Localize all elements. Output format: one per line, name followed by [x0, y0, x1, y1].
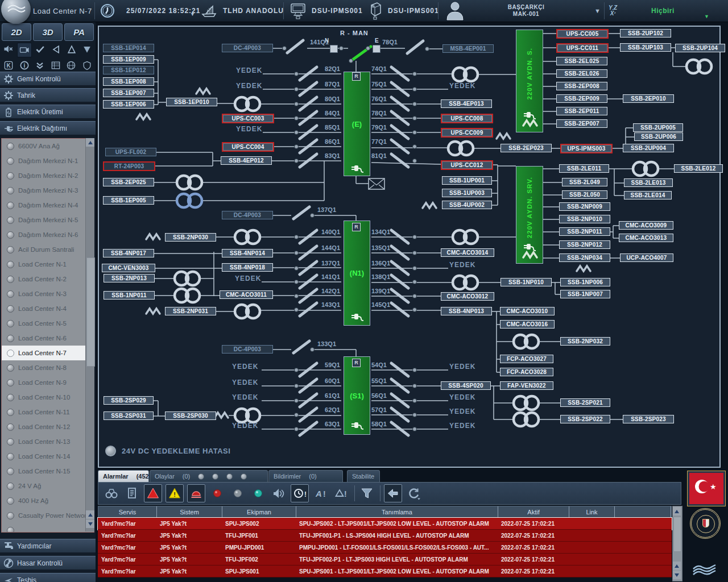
ack-delta-icon[interactable]: !: [333, 485, 350, 502]
equip-box-SSB-4NP018[interactable]: SSB-4NP018: [222, 263, 273, 272]
equip-box-SSB-2SP029[interactable]: SSB-2SP029: [104, 396, 154, 405]
col-header-Tanımlama[interactable]: Tanımlama: [296, 506, 498, 517]
equip-box-UPS-CC011[interactable]: UPS-CC011: [556, 43, 609, 53]
equip-box-SSB-2L050[interactable]: SSB-2L050: [562, 190, 607, 199]
xyz-sort-icon[interactable]: Y,ZX²: [609, 0, 617, 22]
submenu-item-Load Center N-8[interactable]: Load Center N-8: [2, 360, 94, 375]
submenu-item-24 V Ağ[interactable]: 24 V Ağ: [2, 479, 94, 493]
double-chevron-icon[interactable]: [33, 59, 47, 72]
equip-box-SSB-2SP031[interactable]: SSB-2SP031: [104, 411, 154, 420]
submenu-item-400 Hz Ağ[interactable]: 400 Hz Ağ: [2, 493, 94, 508]
equip-box-SSB-2NP011[interactable]: SSB-2NP011: [559, 227, 610, 236]
back-arrow-icon[interactable]: [49, 43, 63, 56]
col-header-Aktif[interactable]: Aktif: [498, 506, 569, 517]
view-button-2d[interactable]: 2D: [2, 23, 31, 41]
equip-box-SSB-2SP030[interactable]: SSB-2SP030: [165, 411, 216, 420]
binoculars-icon[interactable]: [103, 485, 120, 502]
filter-caret-icon[interactable]: ▼: [704, 6, 709, 27]
equip-box-SSB-1NP006[interactable]: SSB-1NP006: [560, 278, 610, 286]
scroll-down-icon[interactable]: [86, 519, 94, 528]
submenu-item-Load Center N-15[interactable]: Load Center N-15: [2, 464, 94, 479]
warning-triangle-icon[interactable]: !: [166, 484, 184, 502]
equip-box-SSB-2UP103[interactable]: SSB-2UP103: [620, 43, 671, 52]
scroll-up-icon[interactable]: [673, 507, 681, 516]
submenu-item-Load Center N-6[interactable]: Load Center N-6: [2, 331, 94, 346]
sidebar-item-3[interactable]: Elektrik Üretimi: [0, 105, 96, 119]
equip-box-SSB-1EP014[interactable]: SSB-1EP014: [103, 44, 154, 52]
ack-clock-icon[interactable]: !: [291, 484, 309, 502]
equip-box-FCP-ACO3028[interactable]: FCP-ACO3028: [500, 368, 553, 376]
submenu-item-Load Center N-14[interactable]: Load Center N-14: [2, 449, 94, 464]
back-icon[interactable]: [384, 484, 402, 502]
equip-box-SSB-1EP010[interactable]: SSB-1EP010: [166, 98, 217, 106]
equip-box-SSB-2EP007[interactable]: SSB-2EP007: [556, 119, 607, 128]
equip-box-SSB-2NP034[interactable]: SSB-2NP034: [559, 253, 610, 262]
sidebar-item-1[interactable]: Gemi Kontrolü: [0, 72, 96, 86]
equip-box-UCP-ACO4007[interactable]: UCP-ACO4007: [620, 253, 673, 262]
tab-alarmlar[interactable]: Alarmlar(452): [98, 470, 149, 482]
equip-box-SSB-2UP004[interactable]: SSB-2UP004: [623, 144, 674, 152]
equip-box-SSB-4EP013[interactable]: SSB-4EP013: [441, 99, 492, 108]
scroll-thumb[interactable]: [673, 517, 681, 552]
tab-bildirimler[interactable]: Bildirimler(0): [268, 470, 343, 482]
equip-box-SSB-2EP023[interactable]: SSB-2EP023: [500, 144, 552, 152]
equip-box-MSB-4EP001[interactable]: MSB-4EP001: [442, 44, 494, 53]
mute-speaker-icon[interactable]: [2, 43, 15, 56]
equip-box-RT-24P003[interactable]: RT-24P003: [103, 161, 155, 171]
list-icon[interactable]: [49, 59, 63, 72]
filter-icon[interactable]: [358, 485, 375, 502]
equip-box-SSB-1EP007[interactable]: SSB-1EP007: [103, 89, 154, 97]
col-header-Ekipman[interactable]: Ekipman: [222, 506, 296, 517]
equip-box-SSB-4NP017[interactable]: SSB-4NP017: [103, 249, 154, 257]
equip-box-DC-4P003[interactable]: DC-4P003: [222, 345, 273, 354]
equip-box-CMC-VEN3003[interactable]: CMC-VEN3003: [102, 264, 155, 272]
equip-box-SSB-1EP009[interactable]: SSB-1EP009: [103, 55, 154, 64]
scroll-up-icon[interactable]: [673, 562, 681, 570]
view-button-pa[interactable]: PA: [64, 23, 94, 41]
equip-box-SSB-2NP031[interactable]: SSB-2NP031: [165, 307, 216, 315]
equip-box-UPS-CC005[interactable]: UPS-CC005: [556, 29, 609, 39]
equip-box-SSB-2SP021[interactable]: SSB-2SP021: [560, 398, 610, 407]
equip-box-SSB-2EP010[interactable]: SSB-2EP010: [623, 94, 674, 103]
equip-box-DC-4P003[interactable]: DC-4P003: [222, 44, 273, 52]
equip-box-SSB-2UP005[interactable]: SSB-2UP005: [633, 123, 683, 132]
submenu-item-Load Center N-11[interactable]: Load Center N-11: [2, 405, 94, 419]
up-arrow-icon[interactable]: [65, 43, 78, 56]
tab-stabilite[interactable]: Stabilite: [347, 470, 380, 482]
equip-box-CMC-ACO3012[interactable]: CMC-ACO3012: [441, 292, 494, 301]
submenu-scrollbar[interactable]: [85, 138, 94, 531]
submenu-item-Load Center N-5[interactable]: Load Center N-5: [2, 316, 94, 331]
equip-box-SSB-2SP023[interactable]: SSB-2SP023: [623, 415, 674, 423]
scroll-thumb[interactable]: [86, 257, 95, 367]
submenu-item-Load Center N-13[interactable]: Load Center N-13: [2, 434, 94, 449]
col-header-Link[interactable]: Link: [569, 506, 615, 517]
scroll-down-icon[interactable]: [673, 571, 681, 579]
equip-box-CMC-ACO3016[interactable]: CMC-ACO3016: [500, 320, 555, 329]
equip-box-SSB-1EP008[interactable]: SSB-1EP008: [103, 77, 154, 86]
equip-box-SSB-1NP010[interactable]: SSB-1NP010: [500, 278, 552, 286]
equip-box-SSB-2SP022[interactable]: SSB-2SP022: [560, 415, 610, 423]
equip-box-CMC-ACO3010[interactable]: CMC-ACO3010: [500, 307, 555, 315]
equip-box-UPS-IPMS003[interactable]: UPS-IPMS003: [560, 144, 613, 153]
equip-box-SSB-1EP006[interactable]: SSB-1EP006: [103, 100, 154, 109]
alarm-filter-value[interactable]: Hiçbiri: [651, 0, 675, 22]
submenu-item-blank[interactable]: [2, 523, 94, 533]
datetime-caret-icon[interactable]: ▼: [190, 3, 195, 25]
k-badge-icon[interactable]: K: [2, 59, 15, 72]
submenu-item-Load Center N-3[interactable]: Load Center N-3: [2, 286, 94, 301]
col-header-Servis[interactable]: Servis: [98, 506, 157, 517]
sidebar-item-bottom-2[interactable]: Hasar Kontrolü: [0, 556, 96, 570]
equip-box-SSB-1UP003[interactable]: SSB-1UP003: [442, 189, 492, 197]
horn-icon[interactable]: [270, 485, 287, 502]
equip-box-SSB-2EP025[interactable]: SSB-2EP025: [103, 178, 154, 186]
equip-box-UPS-CC008[interactable]: UPS-CC008: [441, 114, 493, 123]
down-arrow-icon[interactable]: [80, 43, 94, 56]
refresh-icon[interactable]: [406, 485, 423, 502]
alarm-row[interactable]: Yard?mc?larJP5 Yak?tTFU-JPF002TFU-JPF002…: [98, 554, 672, 566]
scroll-up-icon[interactable]: [86, 510, 94, 519]
equip-box-UPS-CC009[interactable]: UPS-CC009: [441, 128, 493, 138]
equip-box-SSB-2EP009[interactable]: SSB-2EP009: [556, 94, 607, 103]
ack-a-icon[interactable]: A!: [312, 485, 329, 502]
equip-box-CMC-ACO3013[interactable]: CMC-ACO3013: [619, 234, 673, 242]
alarm-row[interactable]: Yard?mc?larJP5 Yak?tTFU-JPF001TFU-JPF001…: [98, 530, 672, 542]
